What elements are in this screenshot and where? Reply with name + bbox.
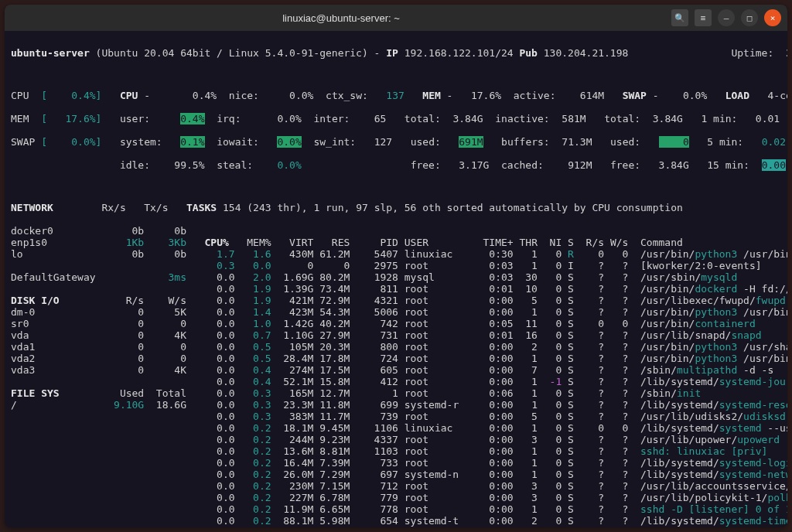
terminal-content[interactable]: ubuntu-server (Ubuntu 20.04 64bit / Linu…: [5, 31, 787, 527]
cpu-total: 0.4%: [193, 90, 217, 101]
inactive-l: inactive:: [495, 113, 549, 124]
ctx-l: ctx_sw:: [326, 90, 368, 101]
tx-h: Tx/s: [144, 202, 168, 213]
ql-mem-bar: [ 17.6%]: [41, 113, 101, 124]
active-v: 614M: [580, 90, 604, 101]
pub-addr: 130.204.21.198: [544, 47, 629, 59]
table-row: 0.0 0.4 52.1M 15.8M 412 root 0:00 1 -1 S…: [11, 376, 781, 387]
table-row: 0.0 0.2 88.1M 5.98M 654 systemd-t 0:00 2…: [11, 515, 781, 527]
irq-l: irq:: [217, 113, 241, 124]
mem-free-l: free:: [411, 159, 441, 171]
network-h: NETWORK: [11, 202, 53, 213]
cpu-header: CPU: [120, 90, 138, 101]
user-l: user:: [120, 113, 150, 124]
mem-used-l: used:: [411, 136, 441, 148]
system-l: system:: [120, 136, 162, 148]
min15-v: 0.00: [762, 159, 786, 171]
idle-v: 99.5%: [174, 159, 204, 171]
table-row: docker0 0b 0b: [11, 225, 781, 237]
table-row: enp1s0 1Kb 3Kb CPU% MEM% VIRT RES PID US…: [11, 237, 781, 248]
mem-total-l: total:: [405, 113, 441, 124]
irq-v: 0.0%: [277, 113, 301, 124]
nice-v: 0.0%: [289, 90, 313, 101]
pub-label: Pub: [519, 47, 537, 59]
active-l: active:: [514, 90, 556, 101]
mem-free-v: 3.17G: [459, 159, 489, 171]
min5-l: 5 min:: [707, 136, 743, 148]
maximize-icon[interactable]: □: [741, 9, 758, 26]
uptime: 3:18:06: [786, 47, 787, 59]
table-row: vda2 0 0 0.0 0.5 28.4M 17.8M 724 root 0:…: [11, 353, 781, 364]
table-row: vda3 0 4K 0.0 0.4 274M 17.5M 605 root 0:…: [11, 364, 781, 376]
ql-swap-bar: [ 0.0%]: [41, 136, 101, 148]
load-cores: 4-core: [768, 90, 787, 101]
steal-l: steal:: [217, 159, 253, 171]
rx-h: Rx/s: [101, 202, 125, 213]
steal-v: 0.0%: [277, 159, 301, 171]
swap-header: SWAP: [623, 90, 647, 101]
swint-v: 127: [374, 136, 392, 148]
uptime-label: Uptime:: [731, 47, 773, 59]
mem-total-v: 3.84G: [452, 113, 483, 124]
swap-pct: 0.0%: [683, 90, 707, 101]
tasks-label: TASKS: [186, 202, 217, 213]
mem-used-v: 691M: [459, 136, 483, 148]
close-icon[interactable]: ×: [764, 9, 781, 26]
cached-v: 912M: [568, 159, 592, 171]
window-title: linuxiac@ubuntu-server: ~: [11, 12, 671, 24]
titlebar: linuxiac@ubuntu-server: ~ 🔍 ≡ – □ ×: [5, 5, 787, 31]
search-icon[interactable]: 🔍: [671, 9, 688, 26]
os-info: (Ubuntu 20.04 64bit / Linux 5.4.0-91-gen…: [96, 47, 368, 59]
table-row: dm-0 0 5K 0.0 1.4 423M 54.3M 5006 root 0…: [11, 306, 781, 318]
swap-used-v: 0: [659, 136, 689, 148]
table-row: FILE SYS Used Total 0.0 0.3 165M 12.7M 1…: [11, 387, 781, 399]
table-row: 0.0 0.1 13.6M 5.74M 1222 linuxiac 0:00 1…: [11, 527, 781, 527]
mem-pct: 17.6%: [471, 90, 501, 101]
ql-cpu-label: CPU: [11, 90, 29, 101]
inactive-v: 581M: [562, 113, 585, 124]
swint-l: sw_int:: [313, 136, 356, 148]
menu-icon[interactable]: ≡: [695, 9, 712, 26]
hostname: ubuntu-server: [11, 47, 90, 59]
swap-free-l: free:: [610, 159, 640, 171]
table-row: DISK I/O R/s W/s 0.0 1.9 421M 72.9M 4321…: [11, 295, 781, 306]
table-row: 0.0 0.3 383M 11.7M 739 root 0:00 5 0 S ?…: [11, 411, 781, 422]
inter-v: 65: [374, 113, 387, 124]
tasks-summary: 154 (243 thr), 1 run, 97 slp, 56 oth sor…: [223, 202, 683, 213]
swap-total-v: 3.84G: [653, 113, 683, 124]
table-row: DefaultGateway 3ms 0.0 2.0 1.69G 80.2M 1…: [11, 271, 781, 283]
minimize-icon[interactable]: –: [718, 9, 735, 26]
table-row: 0.0 0.2 26.0M 7.29M 697 systemd-n 0:00 1…: [11, 469, 781, 480]
user-v: 0.4%: [180, 113, 204, 124]
ql-swap-label: SWAP: [11, 136, 35, 148]
inter-l: inter:: [313, 113, 350, 124]
table-row: 0.0 0.2 227M 6.78M 779 root 0:00 3 0 S ?…: [11, 492, 781, 503]
system-v: 0.1%: [180, 136, 204, 148]
ip-label: IP: [386, 47, 398, 59]
terminal-window: linuxiac@ubuntu-server: ~ 🔍 ≡ – □ × ubun…: [5, 5, 787, 527]
min1-l: 1 min:: [701, 113, 737, 124]
table-row: 0.0 0.2 18.1M 9.45M 1106 linuxiac 0:00 1…: [11, 422, 781, 434]
table-row: 0.0 0.2 11.9M 6.65M 778 root 0:00 1 0 S …: [11, 503, 781, 515]
table-row: 0.0 0.2 230M 7.15M 712 root 0:00 3 0 S ?…: [11, 480, 781, 492]
ctx-v: 137: [386, 90, 404, 101]
table-row: 0.0 1.9 1.39G 73.4M 811 root 0:01 10 0 S…: [11, 283, 781, 295]
swap-used-l: used:: [610, 136, 640, 148]
swap-total-l: total:: [604, 113, 640, 124]
buffers-v: 71.3M: [562, 136, 592, 148]
iowait-v: 0.0%: [277, 136, 301, 148]
mem-header: MEM: [422, 90, 440, 101]
table-row: / 9.10G 18.6G 0.0 0.3 23.3M 11.8M 699 sy…: [11, 399, 781, 411]
ip-addr: 192.168.122.101/24: [405, 47, 514, 59]
swap-free-v: 3.84G: [659, 159, 689, 171]
nice-l: nice:: [229, 90, 259, 101]
table-row: sr0 0 0 0.0 1.0 1.42G 40.2M 742 root 0:0…: [11, 318, 781, 329]
ql-cpu-bar: [ 0.4%]: [41, 90, 101, 101]
table-row: lo 0b 0b 1.7 1.6 430M 61.2M 5407 linuxia…: [11, 248, 781, 260]
ql-mem-label: MEM: [11, 113, 29, 124]
table-row: 0.0 0.2 16.4M 7.39M 733 root 0:00 1 0 S …: [11, 457, 781, 469]
load-header: LOAD: [725, 90, 749, 101]
min1-v: 0.01: [756, 113, 780, 124]
min5-v: 0.02: [762, 136, 786, 148]
table-row: vda 0 4K 0.0 0.7 1.10G 27.9M 731 root 0:…: [11, 329, 781, 341]
